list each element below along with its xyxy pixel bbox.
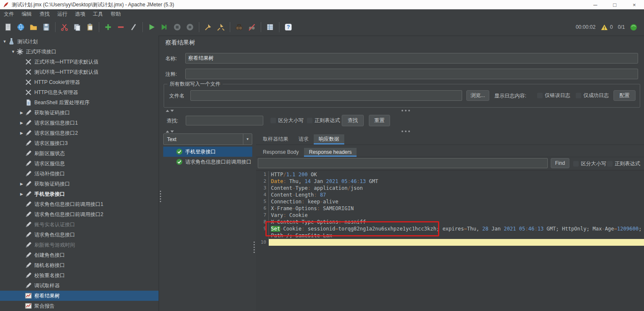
regex-checkbox[interactable]: 正则表达式 — [607, 160, 640, 167]
toolbar-stop-button[interactable] — [171, 21, 184, 33]
toolbar-help-button[interactable]: ? — [282, 21, 295, 33]
tree-item[interactable]: 校验重名接口 — [0, 270, 159, 280]
tree-item[interactable]: 请求角色信息接口 — [0, 230, 159, 240]
comment-input[interactable] — [185, 69, 638, 79]
horizontal-splitter[interactable] — [163, 129, 640, 133]
reset-button[interactable]: 重置 — [369, 115, 390, 126]
result-sample-item[interactable]: 请求角色信息接口前调用接口 — [163, 157, 252, 167]
splitter-grip-icon[interactable] — [160, 191, 161, 192]
horizontal-splitter[interactable] — [163, 108, 640, 113]
collapse-arrow-icon[interactable]: ▶ — [19, 111, 25, 115]
tree-item[interactable]: ▶获取验证码接口 — [0, 108, 159, 118]
toolbar-search-button[interactable] — [233, 21, 245, 33]
tree-item[interactable]: 创建角色接口 — [0, 250, 159, 260]
filename-input[interactable] — [190, 90, 462, 101]
toolbar-save-button[interactable] — [40, 21, 53, 33]
tree-item[interactable]: 请求角色信息接口前调用接口2 — [0, 209, 159, 219]
splitter-grip-icon[interactable] — [254, 242, 255, 243]
toolbar-open-button[interactable] — [27, 21, 40, 33]
toolbar-remove-button[interactable] — [114, 21, 127, 33]
tree-item[interactable]: 正式环境—HTTP请求默认值 — [0, 57, 159, 67]
tree-item[interactable]: ▼正式环境接口 — [0, 47, 159, 57]
errors-only-checkbox[interactable]: 仅错误日志 — [537, 92, 570, 99]
toolbar-new-button[interactable] — [2, 21, 14, 33]
tree-item[interactable]: 请求区服信息 — [0, 158, 159, 169]
log-warnings-indicator[interactable]: 0 — [601, 24, 613, 31]
editor-line: Set-Cookie: sessionid=torqg82ng1a2nu6sxh… — [269, 225, 644, 232]
response-search-input[interactable] — [258, 158, 548, 168]
tree-item[interactable]: ▶请求区服信息接口2 — [0, 128, 159, 138]
close-button[interactable]: × — [624, 0, 644, 9]
toolbar-toggle-button[interactable] — [127, 21, 140, 33]
filename-label: 文件名 — [169, 92, 184, 100]
toolbar-templates-button[interactable] — [14, 21, 27, 33]
menu-help[interactable]: 帮助 — [107, 9, 125, 19]
minimize-button[interactable]: ─ — [585, 0, 605, 9]
splitter-collapse-icons[interactable] — [166, 131, 174, 133]
toolbar-search-reset-button[interactable] — [245, 21, 258, 33]
response-headers-editor[interactable]: 1HTTP/1.1 200 OK2Date: Thu, 14 Jan 2021 … — [256, 170, 644, 311]
search-input[interactable] — [186, 116, 263, 125]
menu-run[interactable]: 运行 — [53, 9, 71, 19]
find-button[interactable]: Find — [551, 158, 569, 168]
tree-item[interactable]: 测试环境—HTTP请求默认值 — [0, 67, 159, 77]
tab-response-data[interactable]: 响应数据 — [314, 134, 344, 144]
tree-item[interactable]: 请求区服接口3 — [0, 138, 159, 148]
case-sensitive-checkbox[interactable]: 区分大小写 — [270, 117, 304, 124]
tab-request[interactable]: 请求 — [293, 134, 314, 144]
search-button[interactable]: 查找 — [342, 115, 364, 126]
case-sensitive-checkbox[interactable]: 区分大小写 — [573, 160, 606, 167]
tree-item[interactable]: 账号实名认证接口 — [0, 219, 159, 230]
toolbar-start-button[interactable] — [145, 21, 158, 33]
menu-options[interactable]: 选项 — [71, 9, 89, 19]
tree-item[interactable]: 随机名称接口 — [0, 260, 159, 270]
toolbar-shutdown-button[interactable] — [184, 21, 196, 33]
tree-item[interactable]: 刷新账号游戏时间 — [0, 240, 159, 250]
menu-edit[interactable]: 编辑 — [18, 9, 36, 19]
tree-item[interactable]: 活动补偿接口 — [0, 169, 159, 179]
tree-item[interactable]: HTTP Cookie管理器 — [0, 77, 159, 87]
expand-arrow-icon[interactable]: ▼ — [2, 39, 8, 44]
collapse-arrow-icon[interactable]: ▶ — [19, 131, 25, 135]
tree-item[interactable]: HTTP信息头管理器 — [0, 87, 159, 97]
menu-tools[interactable]: 工具 — [89, 9, 107, 19]
collapse-arrow-icon[interactable]: ▶ — [19, 182, 25, 186]
tree-item[interactable]: ▶手机登录接口 — [0, 189, 159, 199]
collapse-arrow-icon[interactable]: ▶ — [19, 121, 25, 125]
view-mode-select[interactable]: Text ▼ — [163, 133, 252, 145]
tree-item[interactable]: 刷新区服状态 — [0, 148, 159, 158]
name-input[interactable] — [185, 53, 638, 64]
configure-button[interactable]: 配置 — [613, 90, 636, 101]
menu-file[interactable]: 文件 — [0, 9, 18, 19]
tree-item[interactable]: 调试取样器 — [0, 280, 159, 291]
maximize-button[interactable]: □ — [605, 0, 624, 9]
pencil-icon — [25, 272, 32, 279]
tree-item[interactable]: ▼测试计划 — [0, 36, 159, 47]
toolbar-clear-all-button[interactable] — [215, 21, 227, 33]
regex-checkbox[interactable]: 正则表达式 — [307, 117, 340, 124]
window-titlebar: 测试计划.jmx (C:\Users\yy\Desktop\测试计划.jmx) … — [0, 0, 644, 10]
tree-item[interactable]: 聚合报告 — [0, 301, 159, 311]
toolbar-paste-button[interactable] — [84, 21, 96, 33]
tree-item[interactable]: 察看结果树 — [0, 291, 159, 301]
tree-item[interactable]: ▶请求区服信息接口1 — [0, 118, 159, 128]
result-sample-item[interactable]: 手机登录接口 — [163, 147, 252, 157]
toolbar-start-no-pauses-button[interactable] — [158, 21, 171, 33]
collapse-arrow-icon[interactable]: ▶ — [19, 192, 25, 196]
tab-response-body[interactable]: Response Body — [258, 148, 304, 157]
toolbar-add-button[interactable] — [102, 21, 114, 33]
menu-search[interactable]: 查找 — [36, 9, 53, 19]
success-only-checkbox[interactable]: 仅成功日志 — [576, 92, 609, 99]
tab-sampler-result[interactable]: 取样器结果 — [258, 134, 293, 144]
expand-arrow-icon[interactable]: ▼ — [10, 50, 16, 54]
tab-response-headers[interactable]: Response headers — [304, 148, 357, 157]
browse-button[interactable]: 浏览... — [466, 90, 489, 101]
tree-item[interactable]: ▶获取验证码接口 — [0, 179, 159, 189]
toolbar-function-helper-button[interactable] — [264, 21, 276, 33]
splitter-collapse-icons[interactable] — [166, 110, 174, 112]
toolbar-clear-button[interactable] — [202, 21, 215, 33]
tree-item[interactable]: BeanShell 后置处理程序 — [0, 97, 159, 108]
toolbar-copy-button[interactable] — [71, 21, 84, 33]
tree-item[interactable]: 请求角色信息接口前调用接口1 — [0, 199, 159, 209]
toolbar-cut-button[interactable] — [58, 21, 71, 33]
